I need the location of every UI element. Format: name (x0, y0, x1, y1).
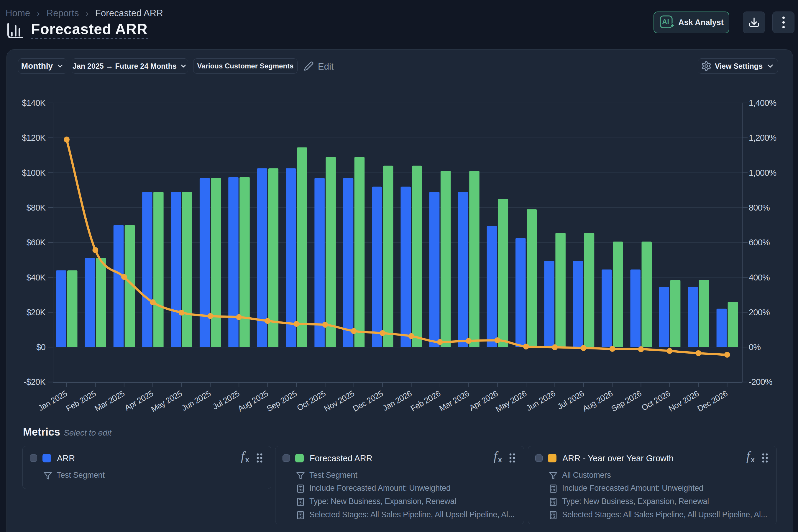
svg-text:Jul 2025: Jul 2025 (211, 389, 241, 412)
svg-text:$120K: $120K (22, 133, 46, 142)
svg-text:1,400%: 1,400% (749, 98, 777, 108)
svg-text:Feb 2025: Feb 2025 (64, 389, 97, 413)
svg-text:Aug 2026: Aug 2026 (581, 389, 614, 413)
svg-text:$60K: $60K (26, 238, 46, 247)
svg-text:Jan 2026: Jan 2026 (381, 389, 414, 413)
svg-text:-200%: -200% (749, 377, 772, 386)
svg-text:Sep 2026: Sep 2026 (610, 389, 643, 413)
svg-text:$20K: $20K (26, 308, 46, 317)
svg-text:Oct 2025: Oct 2025 (295, 389, 327, 412)
svg-text:1,200%: 1,200% (749, 133, 777, 142)
svg-text:Aug 2025: Aug 2025 (236, 389, 270, 413)
svg-text:x: x (245, 456, 249, 463)
svg-text:Nov 2026: Nov 2026 (667, 389, 701, 413)
svg-text:Mar 2025: Mar 2025 (93, 389, 126, 413)
svg-text:Oct 2026: Oct 2026 (640, 389, 672, 412)
svg-text:$80K: $80K (26, 203, 46, 212)
svg-text:AI: AI (662, 18, 669, 26)
svg-text:200%: 200% (749, 308, 770, 317)
svg-text:0%: 0% (749, 342, 761, 352)
svg-text:Jun 2026: Jun 2026 (525, 389, 557, 413)
svg-text:1,000%: 1,000% (749, 168, 777, 177)
svg-text:x: x (751, 456, 755, 463)
svg-text:Nov 2025: Nov 2025 (323, 389, 356, 413)
svg-text:$100K: $100K (22, 168, 46, 177)
svg-text:May 2025: May 2025 (150, 389, 184, 414)
svg-text:May 2026: May 2026 (494, 389, 528, 414)
svg-text:600%: 600% (749, 238, 770, 247)
svg-text:$140K: $140K (22, 98, 46, 108)
svg-text:x: x (498, 456, 502, 463)
svg-text:Dec 2026: Dec 2026 (696, 389, 729, 413)
svg-text:800%: 800% (749, 203, 770, 212)
svg-text:$40K: $40K (26, 273, 46, 282)
svg-text:Apr 2025: Apr 2025 (123, 389, 155, 412)
svg-text:Feb 2026: Feb 2026 (409, 389, 442, 413)
svg-text:$0: $0 (36, 342, 45, 352)
svg-text:-$20K: -$20K (24, 377, 46, 386)
svg-text:Dec 2025: Dec 2025 (351, 389, 385, 413)
svg-text:Jan 2025: Jan 2025 (37, 389, 69, 413)
svg-text:Apr 2026: Apr 2026 (468, 389, 499, 412)
svg-text:Jun 2025: Jun 2025 (180, 389, 213, 413)
svg-text:Sep 2025: Sep 2025 (265, 389, 299, 413)
svg-text:400%: 400% (749, 273, 770, 282)
svg-text:Jul 2026: Jul 2026 (556, 389, 586, 412)
svg-text:Mar 2026: Mar 2026 (438, 389, 471, 413)
